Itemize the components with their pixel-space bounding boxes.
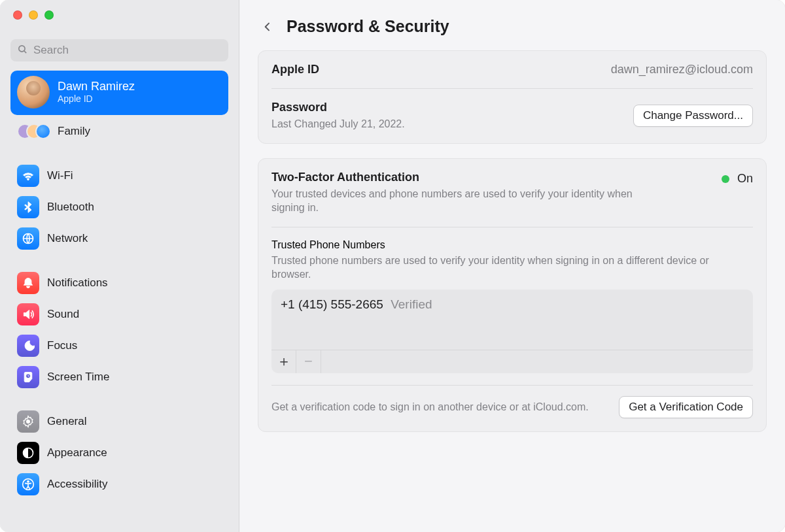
main-content: Password & Security Apple ID dawn_ramire…: [239, 0, 785, 532]
sidebar-item-label: Wi-Fi: [47, 169, 73, 182]
sidebar-item-label: Screen Time: [47, 371, 109, 384]
settings-window: Dawn Ramirez Apple ID Family Wi-Fi: [0, 0, 785, 532]
sidebar-item-wifi[interactable]: Wi-Fi: [10, 161, 228, 191]
verification-code-row: Get a verification code to sign in on an…: [271, 385, 753, 431]
screen-time-icon: [17, 366, 39, 388]
password-sublabel: Last Changed July 21, 2022.: [271, 117, 405, 131]
phone-status: Verified: [391, 297, 432, 311]
svg-line-1: [24, 50, 26, 52]
two-factor-desc: Your trusted devices and phone numbers a…: [271, 187, 638, 215]
network-icon: [17, 227, 39, 250]
sidebar-item-label: Appearance: [47, 446, 107, 459]
sound-icon: [17, 303, 39, 325]
window-close-button[interactable]: [13, 10, 22, 20]
apple-id-value: dawn_ramirez@icloud.com: [611, 63, 753, 76]
sidebar-item-sound[interactable]: Sound: [10, 299, 228, 329]
back-button[interactable]: [259, 18, 276, 35]
password-row: Password Last Changed July 21, 2022. Cha…: [271, 88, 753, 143]
add-phone-button[interactable]: ＋: [271, 350, 296, 373]
appearance-icon: [17, 442, 39, 464]
sidebar-item-appearance[interactable]: Appearance: [10, 438, 228, 468]
gear-icon: [17, 410, 39, 433]
status-on-icon: [722, 175, 729, 183]
sidebar-item-label: Network: [47, 232, 88, 245]
security-card: Two-Factor Authentication Your trusted d…: [258, 158, 767, 432]
window-controls: [0, 0, 239, 30]
apple-id-card: Apple ID dawn_ramirez@icloud.com Passwor…: [258, 50, 767, 144]
sidebar-item-focus[interactable]: Focus: [10, 331, 228, 361]
accessibility-icon: [17, 473, 39, 495]
password-label: Password: [271, 101, 405, 114]
two-factor-status: On: [722, 171, 753, 186]
trusted-numbers-desc: Trusted phone numbers are used to verify…: [271, 254, 742, 282]
search-field[interactable]: [10, 39, 228, 61]
sidebar-item-general[interactable]: General: [10, 407, 228, 437]
notifications-icon: [17, 272, 39, 294]
sidebar-item-screen-time[interactable]: Screen Time: [10, 362, 228, 392]
sidebar-item-label: Notifications: [47, 276, 108, 290]
svg-point-4: [26, 420, 29, 423]
trusted-list-controls: ＋ −: [271, 350, 753, 373]
two-factor-status-text: On: [737, 172, 753, 185]
page-title: Password & Security: [287, 17, 449, 36]
window-minimize-button[interactable]: [29, 10, 38, 20]
trusted-phone-list: +1 (415) 555-2665 Verified ＋ −: [271, 290, 753, 373]
user-avatar: [17, 76, 50, 108]
sidebar-item-label: General: [47, 415, 86, 428]
remove-phone-button[interactable]: −: [296, 350, 321, 373]
sidebar-item-bluetooth[interactable]: Bluetooth: [10, 192, 228, 222]
trusted-numbers-label: Trusted Phone Numbers: [271, 239, 385, 250]
trusted-numbers-section: Trusted Phone Numbers Trusted phone numb…: [271, 227, 753, 373]
wifi-icon: [17, 165, 39, 187]
apple-id-label: Apple ID: [271, 63, 319, 76]
user-sub: Apple ID: [58, 93, 135, 105]
get-verification-code-button[interactable]: Get a Verification Code: [619, 396, 753, 418]
focus-icon: [17, 335, 39, 357]
sidebar-item-label: Accessibility: [47, 478, 108, 491]
sidebar: Dawn Ramirez Apple ID Family Wi-Fi: [0, 0, 239, 532]
sidebar-item-accessibility[interactable]: Accessibility: [10, 469, 228, 499]
sidebar-item-family[interactable]: Family: [10, 116, 228, 146]
search-input[interactable]: [33, 44, 222, 57]
phone-number: +1 (415) 555-2665: [281, 297, 383, 311]
main-header: Password & Security: [258, 0, 767, 50]
family-avatars-icon: [17, 120, 50, 142]
sidebar-item-label: Sound: [47, 308, 79, 321]
change-password-button[interactable]: Change Password...: [633, 105, 753, 127]
window-zoom-button[interactable]: [44, 10, 54, 20]
two-factor-row: Two-Factor Authentication Your trusted d…: [271, 159, 753, 227]
sidebar-item-network[interactable]: Network: [10, 224, 228, 254]
sidebar-item-label: Bluetooth: [47, 201, 94, 214]
search-icon: [17, 44, 28, 58]
trusted-phone-entry[interactable]: +1 (415) 555-2665 Verified: [271, 290, 753, 350]
two-factor-label: Two-Factor Authentication: [271, 171, 638, 184]
user-name: Dawn Ramirez: [58, 80, 135, 94]
apple-id-row: Apple ID dawn_ramirez@icloud.com: [271, 51, 753, 88]
svg-point-7: [27, 480, 29, 482]
verification-code-desc: Get a verification code to sign in on an…: [271, 400, 589, 414]
svg-point-0: [19, 45, 25, 51]
bluetooth-icon: [17, 196, 39, 218]
sidebar-item-label: Focus: [47, 339, 77, 352]
sidebar-item-label: Family: [58, 125, 90, 138]
sidebar-item-notifications[interactable]: Notifications: [10, 268, 228, 298]
sidebar-item-apple-id[interactable]: Dawn Ramirez Apple ID: [10, 71, 228, 115]
